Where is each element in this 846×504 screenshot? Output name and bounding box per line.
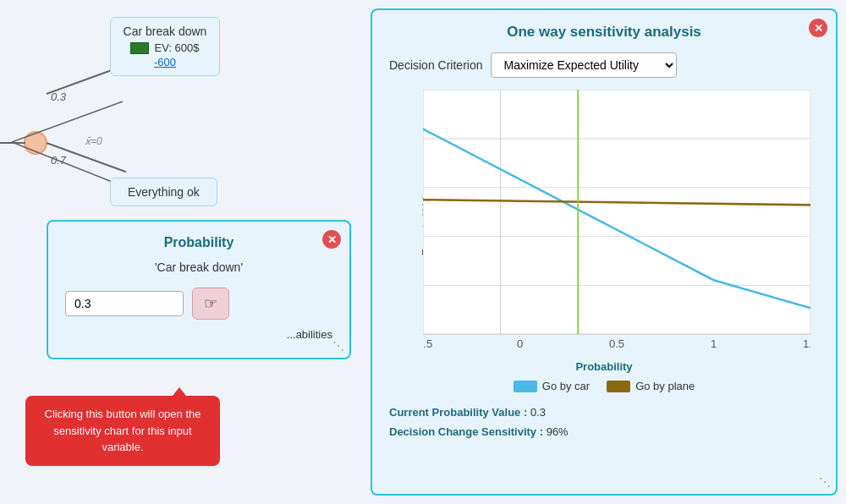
- chart-x-label: Probability: [389, 360, 819, 373]
- prob-stat: Current Probability Value : 0.3: [389, 403, 819, 422]
- prob-input[interactable]: [65, 291, 184, 316]
- prob-panel-resize-handle[interactable]: ⋱: [332, 339, 344, 353]
- everything-ok-text: Everything ok: [128, 185, 200, 199]
- svg-line-2: [12, 142, 123, 186]
- tooltip-bubble: Clicking this button will open the sensi…: [25, 396, 220, 466]
- ev-label: EV: 600$: [154, 41, 199, 54]
- sensitivity-panel-resize-handle[interactable]: ⋱: [819, 475, 831, 489]
- stats-row: Current Probability Value : 0.3 Decision…: [389, 403, 819, 442]
- prob-panel-title: Probability: [65, 235, 332, 250]
- probability-panel: ✕ Probability 'Car break down' ☞ ...abil…: [47, 220, 351, 359]
- criterion-select[interactable]: Maximize Expected Utility: [491, 52, 677, 78]
- svg-text:0.5: 0.5: [609, 337, 624, 350]
- chart-container: Expected Value -200 -600 -1000 -0.5 0: [389, 90, 819, 352]
- car-break-down-box: Car break down EV: 600$ -600: [110, 17, 220, 76]
- sensitivity-panel-title: One way sensitivity analysis: [389, 24, 819, 41]
- close-icon: ✕: [327, 233, 337, 246]
- svg-text:-0.5: -0.5: [423, 337, 432, 350]
- plane-swatch: [607, 381, 630, 392]
- ev-swatch: [130, 42, 149, 54]
- legend-row: Go by car Go by plane: [389, 380, 819, 392]
- branch-top-label: 0.3: [51, 90, 66, 103]
- ev-link[interactable]: -600: [123, 56, 207, 68]
- chart-svg: -200 -600 -1000 -0.5 0 0.5 1 1.5: [423, 90, 810, 352]
- legend-car: Go by car: [514, 380, 590, 392]
- sensitivity-icon: ☞: [204, 294, 217, 313]
- prob-panel-close-button[interactable]: ✕: [322, 230, 341, 249]
- legend-plane: Go by plane: [607, 380, 695, 392]
- sensitivity-stat-value: 96%: [547, 425, 569, 438]
- tooltip-text: Clicking this button will open the sensi…: [45, 408, 201, 453]
- sensitivity-stat: Decision Change Sensitivity : 96%: [389, 422, 819, 441]
- svg-text:1: 1: [711, 337, 717, 350]
- sensitivity-stat-label: Decision Change Sensitivity :: [389, 425, 547, 438]
- tree-area: 0.3 0.7 Car break down EV: 600$ -600 x̄=…: [0, 0, 364, 504]
- prob-stat-label: Current Probability Value :: [389, 406, 530, 419]
- branch-bottom-label: 0.7: [51, 154, 66, 167]
- prob-node-name: 'Car break down': [65, 260, 332, 274]
- svg-text:1.5: 1.5: [803, 337, 810, 350]
- legend-car-label: Go by car: [542, 380, 590, 392]
- prob-stat-value: 0.3: [530, 406, 546, 419]
- close-icon: ✕: [814, 22, 823, 35]
- legend-plane-label: Go by plane: [635, 380, 695, 392]
- tree-svg: [0, 68, 169, 237]
- probabilities-link[interactable]: ...abilities: [65, 328, 332, 341]
- prob-link-text: ...abilities: [287, 328, 332, 341]
- prob-input-row: ☞: [65, 288, 332, 320]
- svg-text:0: 0: [517, 337, 523, 350]
- sensitivity-panel-close-button[interactable]: ✕: [809, 19, 827, 37]
- svg-line-1: [12, 101, 123, 142]
- decision-criterion-row: Decision Criterion Maximize Expected Uti…: [389, 52, 819, 78]
- svg-rect-3: [423, 90, 810, 334]
- x-label: x̄=0: [85, 135, 102, 147]
- ev-row: EV: 600$: [123, 41, 207, 54]
- car-swatch: [514, 381, 537, 392]
- sensitivity-panel: ✕ One way sensitivity analysis Decision …: [371, 8, 838, 496]
- everything-ok-box: Everything ok: [110, 178, 217, 206]
- car-break-down-title: Car break down: [123, 25, 207, 38]
- sensitivity-chart-button[interactable]: ☞: [192, 288, 229, 320]
- criterion-label: Decision Criterion: [389, 58, 482, 72]
